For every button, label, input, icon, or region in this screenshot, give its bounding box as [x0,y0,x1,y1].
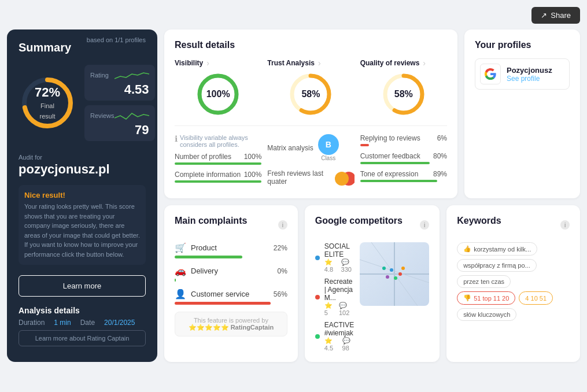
powered-by-brand: ⭐⭐⭐⭐⭐ RatingCaptain [181,324,281,331]
rating-value: 4.53 [90,82,149,97]
svg-point-14 [390,268,393,272]
audit-domain: pozycjonusz.pl [19,162,146,177]
date-value: 20/1/2025 [104,319,135,327]
quality-label: Quality of reviews [360,59,420,67]
result-details-card: Result details Visibility › 100% [164,29,457,198]
map-placeholder [360,242,429,306]
google-icon [480,64,501,84]
comp-dot-3 [315,334,320,339]
svg-point-19 [382,267,386,270]
keywords-card: Keywords i 👍 korzystamy od kilk... współ… [446,205,580,362]
keyword-3: przez ten czas [457,275,511,288]
visibility-circle: 100% [195,71,241,117]
summary-card: Summary based on 1/1 profiles 72% Final … [7,29,157,362]
num-profiles-label: Number of profiles [175,153,231,161]
google-competitors-card: Google competitors i SOCIAL ELITE ⭐ 4.8 … [305,205,440,362]
comp-name-1: SOCIAL ELITE [324,242,354,258]
profiles-title: Your profiles [475,40,570,50]
profile-info: Pozycjonusz See profile [507,66,552,83]
replying-label: Replying to reviews [360,134,420,142]
visibility-note: ℹ Visibility variable always considers a… [175,134,261,148]
fresh-reviews-label: Fresh reviews last quater [267,169,328,186]
delivery-icon: 🚗 [175,265,186,276]
competitors-title: Google competitors [315,216,403,226]
visibility-value: 100% [206,89,230,99]
competitor-2: Recreate | Agencja M... ⭐ 5 💬 102 [315,278,354,316]
rating-label: Rating [90,72,109,79]
trust-value: 58% [301,89,320,99]
keyword-6: słów kluczowych [457,308,516,321]
share-button[interactable]: ↗ Share [531,7,580,24]
svg-point-17 [386,275,389,279]
product-icon: 🛒 [175,242,186,253]
complaint-delivery: 🚗 Delivery 0% [175,265,287,282]
quality-value: 58% [394,89,413,99]
gauge-percent: 72% [33,85,62,100]
comp-name-2: Recreate | Agencja M... [324,278,354,302]
trust-circle: 58% [287,71,334,117]
customer-service-label: Customer service [191,290,269,298]
learn-more-button[interactable]: Learn more [19,275,146,297]
complaints-title: Main complaints [175,216,247,226]
matrix-badge: B [318,134,339,155]
comp-name-3: EACTIVE #wiemjak [324,321,354,337]
trust-arrow[interactable]: › [318,58,321,68]
complaints-info-icon[interactable]: i [278,220,287,230]
nice-result-box: Nice result! Your rating looks pretty we… [19,185,146,265]
svg-point-15 [398,272,402,276]
comp-stats-2: ⭐ 5 💬 102 [324,302,354,316]
gauge-label: Final result [40,102,56,120]
complaint-product: 🛒 Product 22% [175,242,287,258]
comp-dot-1 [315,256,320,260]
trust-label: Trust Analysis [267,59,315,67]
competitors-info-icon[interactable]: i [420,220,429,230]
delivery-pct: 0% [277,267,287,275]
tone-val: 89% [433,170,447,178]
share-icon: ↗ [541,11,547,20]
keywords-grid: 👍 korzystamy od kilk... współpracy z fir… [457,242,570,321]
visibility-arrow[interactable]: › [206,58,209,68]
product-pct: 22% [274,244,287,252]
svg-point-9 [335,172,349,186]
keyword-2: współpracy z firmą po... [457,259,537,272]
feedback-val: 80% [433,152,447,160]
competitors-inner: SOCIAL ELITE ⭐ 4.8 💬 330 Recreate | Agen… [315,242,429,352]
feedback-label: Customer feedback [360,152,420,160]
gauge-chart: 72% Final result [19,74,76,132]
audit-label: Audit for pozycjonusz.pl [19,151,146,177]
complaint-customer-service: 👤 Customer service 56% [175,289,287,305]
quality-metric: Quality of reviews › 58% [360,58,447,117]
tone-label: Tone of expression [360,170,419,178]
replying-val: 6% [437,134,447,142]
matrix-class: Class [321,155,335,161]
duration-value: 1 min [54,319,71,327]
reviews-box: Reviews 79 [84,105,155,141]
bottom-row: Main complaints i 🛒 Product 22% 🚗 Delive… [164,205,580,362]
keyword-5: 4 10 51 [519,291,553,305]
reviews-value: 79 [90,123,149,138]
keyword-1: 👍 korzystamy od kilk... [457,242,537,256]
reviews-label: Reviews [90,112,115,119]
profile-item: Pozycjonusz See profile [475,58,570,90]
summary-title: Summary [19,41,71,54]
complete-info-label: Complete information [175,171,241,179]
profile-name: Pozycjonusz [507,66,552,75]
result-details-title: Result details [175,40,447,50]
nice-result-text: Your rating looks pretty well. This scor… [24,202,140,259]
quality-arrow[interactable]: › [423,58,426,68]
competitor-1: SOCIAL ELITE ⭐ 4.8 💬 330 [315,242,354,273]
profiles-card: Your profiles Pozycjonusz See profile [464,29,580,198]
keywords-info-icon[interactable]: i [560,220,570,230]
delivery-label: Delivery [191,267,272,275]
profile-link[interactable]: See profile [507,75,552,83]
svg-point-18 [401,267,405,270]
quality-sub: Replying to reviews 6% Customer feedback… [360,134,447,188]
keyword-4: 👎 51 top 11 20 [457,291,515,305]
nice-result-title: Nice result! [24,191,140,199]
visibility-label: Visibility [175,59,203,67]
customer-service-pct: 56% [274,290,287,298]
thumb-down-icon: 👎 [463,294,471,302]
learn-more-rating-captain-button[interactable]: Learn more about Rating Captain [19,330,146,346]
visibility-sub: ℹ Visibility variable always considers a… [175,134,261,188]
product-label: Product [191,243,269,252]
